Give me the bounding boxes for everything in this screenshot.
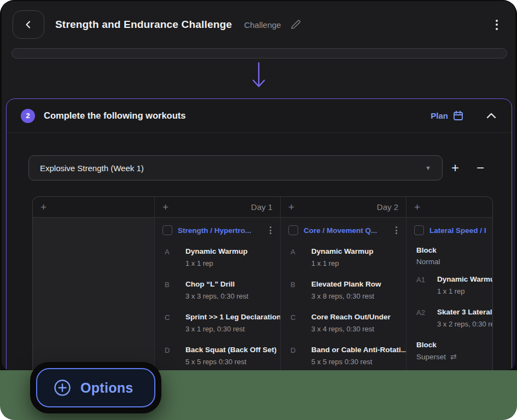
workout-header: Strength / Hypertro... xyxy=(161,223,275,242)
exercise-name: Chop “L” Drill xyxy=(185,280,248,288)
week-selector-row: Explosive Strength (Week 1) ▼ + − xyxy=(28,155,495,180)
superset-cycle-icon: ⇄ xyxy=(450,352,457,361)
step-title: Complete the following workouts xyxy=(44,110,185,121)
step-2-card: 2 Complete the following workouts Plan E… xyxy=(6,98,512,370)
workout-checkbox[interactable] xyxy=(414,225,424,235)
workout-title[interactable]: Strength / Hypertro... xyxy=(178,226,262,235)
exercise-tag: C xyxy=(291,313,304,333)
step-card-header: 2 Complete the following workouts Plan xyxy=(7,99,512,133)
add-cell-button[interactable]: + xyxy=(162,202,169,212)
exercise-detail: 1 x 1 rep xyxy=(185,259,248,267)
exercise-detail: 3 x 1 rep, 0:30 rest xyxy=(185,325,281,333)
board-header-cell-day1: + Day 1 xyxy=(155,197,281,217)
workout-header: Core / Movement Q... xyxy=(287,223,400,242)
kebab-menu-icon[interactable] xyxy=(493,18,500,32)
page-title: Strength and Endurance Challenge xyxy=(55,19,232,31)
workout-menu-icon[interactable] xyxy=(393,225,399,235)
workout-board: + + Day 1 + Day 2 + xyxy=(32,196,493,370)
exercise-name: Elevated Plank Row xyxy=(311,280,381,288)
workout-header: Lateral Speed / Ply xyxy=(413,223,487,242)
board-header-cell-day3: + xyxy=(406,197,492,217)
app-window: Strength and Endurance Challenge Challen… xyxy=(2,1,515,370)
workout-menu-icon[interactable] xyxy=(268,225,274,235)
exercise-row[interactable]: B Elevated Plank Row 3 x 8 reps, 0:30 re… xyxy=(291,280,400,300)
collapse-chevron-icon[interactable] xyxy=(486,113,496,119)
plus-circle-icon xyxy=(54,379,71,396)
exercise-tag: D xyxy=(291,346,304,366)
remove-week-button[interactable]: − xyxy=(468,161,493,174)
exercise-name: Dynamic Warmup xyxy=(185,247,248,255)
exercise-row[interactable]: A1 Dynamic Warmup 1 x 1 rep xyxy=(416,275,487,295)
exercise-tag: C xyxy=(165,313,178,333)
options-button[interactable]: Options xyxy=(36,368,155,407)
block-label: Block xyxy=(416,246,487,254)
exercise-row[interactable]: B Chop “L” Drill 3 x 3 reps, 0:30 rest xyxy=(165,280,275,300)
exercise-tag: A2 xyxy=(416,308,429,328)
exercise-detail: 3 x 2 reps, 0:30 re xyxy=(437,320,492,328)
edit-pencil-icon[interactable] xyxy=(290,19,301,30)
block-type: Superset ⇄ xyxy=(416,352,487,361)
workout-checkbox[interactable] xyxy=(288,225,298,235)
add-week-button[interactable]: + xyxy=(443,161,468,174)
board-header-row: + + Day 1 + Day 2 + xyxy=(33,197,492,218)
exercise-tag: D xyxy=(165,346,178,366)
step-number-badge: 2 xyxy=(21,109,35,123)
header: Strength and Endurance Challenge Challen… xyxy=(2,1,515,48)
exercise-name: Dynamic Warmup xyxy=(311,247,374,255)
plan-label: Plan xyxy=(431,111,448,120)
exercise-row[interactable]: C Sprint >> 1 Leg Declarations 3 x 1 rep… xyxy=(165,313,275,333)
add-cell-button[interactable]: + xyxy=(40,202,47,212)
board-body: Strength / Hypertro... A Dynamic Warmup … xyxy=(33,218,492,370)
exercise-name: Dynamic Warmup xyxy=(437,275,492,283)
exercise-detail: 3 x 8 reps, 0:30 rest xyxy=(311,292,381,300)
exercise-row[interactable]: D Back Squat (Back Off Set) 5 x 5 reps 0… xyxy=(165,346,275,366)
exercise-row[interactable]: A Dynamic Warmup 1 x 1 rep xyxy=(165,247,275,267)
week-select-value: Explosive Strength (Week 1) xyxy=(40,164,144,173)
back-button[interactable] xyxy=(13,10,44,39)
exercise-tag: A xyxy=(165,247,178,267)
exercise-detail: 1 x 1 rep xyxy=(311,259,374,267)
options-button-highlight-ring: Options xyxy=(30,362,161,413)
board-header-cell: + xyxy=(33,197,155,217)
exercise-tag: B xyxy=(165,280,178,300)
exercise-name: Sprint >> 1 Leg Declarations xyxy=(185,313,281,321)
workout-card-day2: Core / Movement Q... A Dynamic Warmup 1 … xyxy=(281,218,406,370)
plan-calendar-icon xyxy=(453,110,463,121)
workout-title[interactable]: Core / Movement Q... xyxy=(304,226,388,235)
day-1-label: Day 1 xyxy=(251,202,272,212)
exercise-name: Band or Cable Anti-Rotati... xyxy=(311,346,406,354)
options-button-label: Options xyxy=(80,380,133,396)
challenge-type-label: Challenge xyxy=(244,20,281,30)
workout-title[interactable]: Lateral Speed / Ply xyxy=(429,226,486,235)
exercise-row[interactable]: A2 Skater 3 Lateral Ho 3 x 2 reps, 0:30 … xyxy=(416,308,487,328)
exercise-detail: 1 x 1 rep xyxy=(437,287,492,295)
workout-card-day3: Lateral Speed / Ply Block Normal A1 Dyna… xyxy=(406,218,492,370)
exercise-row[interactable]: D Band or Cable Anti-Rotati... 5 x 5 rep… xyxy=(291,346,400,366)
add-cell-button[interactable]: + xyxy=(414,202,420,212)
exercise-tag: A1 xyxy=(416,275,429,295)
day-2-label: Day 2 xyxy=(377,202,398,212)
add-cell-button[interactable]: + xyxy=(288,202,294,212)
exercise-detail: 3 x 3 reps, 0:30 rest xyxy=(185,292,248,300)
exercise-detail: 5 x 5 reps 0:30 rest xyxy=(311,358,406,366)
dropdown-caret-icon: ▼ xyxy=(425,165,431,171)
exercise-name: Core Reach Out/Under xyxy=(311,313,391,321)
board-column-empty xyxy=(33,218,155,370)
exercise-name: Skater 3 Lateral Ho xyxy=(437,308,492,316)
week-select-dropdown[interactable]: Explosive Strength (Week 1) ▼ xyxy=(28,155,443,180)
block-label: Block xyxy=(416,341,487,349)
block-type: Normal xyxy=(416,258,487,266)
exercise-detail: 5 x 5 reps 0:30 rest xyxy=(185,358,277,366)
exercise-tag: A xyxy=(291,247,304,267)
board-header-cell-day2: + Day 2 xyxy=(281,197,406,217)
screenshot-frame: Strength and Endurance Challenge Challen… xyxy=(0,0,517,420)
exercise-row[interactable]: A Dynamic Warmup 1 x 1 rep xyxy=(291,247,400,267)
flow-arrow-down-icon xyxy=(2,61,515,90)
previous-step-card-sliver xyxy=(11,48,507,59)
workout-checkbox[interactable] xyxy=(162,225,172,235)
workout-card-day1: Strength / Hypertro... A Dynamic Warmup … xyxy=(155,218,281,370)
exercise-row[interactable]: C Core Reach Out/Under 3 x 4 reps, 0:30 … xyxy=(291,313,400,333)
exercise-name: Back Squat (Back Off Set) xyxy=(185,346,277,354)
plan-button[interactable]: Plan xyxy=(431,110,463,121)
back-chevron-icon xyxy=(24,20,33,29)
